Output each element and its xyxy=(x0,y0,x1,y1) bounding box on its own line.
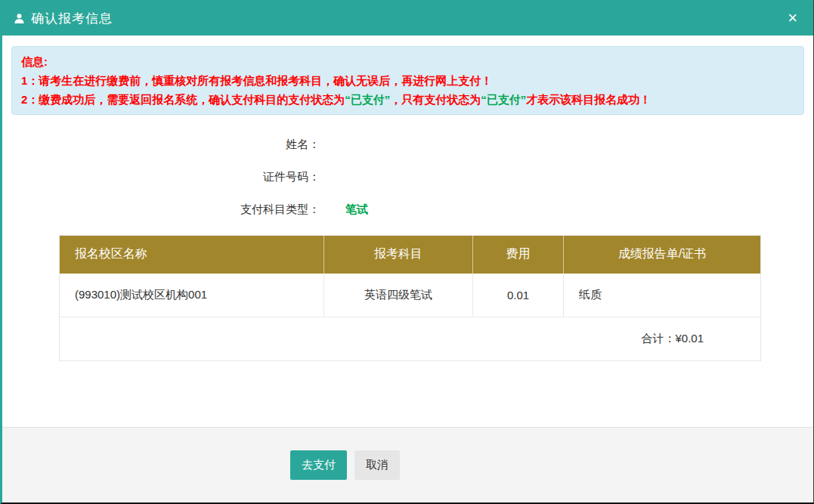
notice-box: 信息: 1：请考生在进行缴费前，慎重核对所有报考信息和报考科目，确认无误后，再进… xyxy=(11,46,804,115)
dialog-title: 确认报考信息 xyxy=(31,10,113,27)
id-number-row: 证件号码： xyxy=(2,170,813,184)
total-row: 合计：¥0.01 xyxy=(60,317,761,361)
cell-subject: 英语四级笔试 xyxy=(324,274,473,317)
notice-line-1: 1：请考生在进行缴费前，慎重核对所有报考信息和报考科目，确认无误后，再进行网上支… xyxy=(21,71,794,90)
subject-type-row: 支付科目类型： 笔试 xyxy=(2,203,813,217)
notice-line2-seg-paid: “已支付” xyxy=(481,93,526,106)
cell-fee: 0.01 xyxy=(473,274,564,317)
confirm-registration-dialog: 确认报考信息 × 信息: 1：请考生在进行缴费前，慎重核对所有报考信息和报考科目… xyxy=(0,0,814,504)
table-row: (993010)测试校区机构001 英语四级笔试 0.01 纸质 xyxy=(60,274,761,317)
total-label: 合计： xyxy=(641,332,675,345)
cell-campus-name: (993010)测试校区机构001 xyxy=(60,274,324,317)
subject-type-label: 支付科目类型： xyxy=(2,203,320,217)
header-subject: 报考科目 xyxy=(324,236,473,274)
candidate-info-form: 姓名： 证件号码： 支付科目类型： 笔试 xyxy=(2,138,813,217)
user-icon xyxy=(14,13,25,24)
notice-line2-seg: 2：缴费成功后，需要返回报名系统，确认支付科目的支付状态为 xyxy=(21,93,345,106)
name-label: 姓名： xyxy=(2,138,320,152)
dialog-footer: 去支付 取消 xyxy=(2,427,813,502)
name-row: 姓名： xyxy=(2,138,813,152)
cell-report-cert: 纸质 xyxy=(564,274,761,317)
header-report-cert: 成绩报告单/证书 xyxy=(564,236,761,274)
total-value: ¥0.01 xyxy=(675,332,704,345)
notice-line2-seg: 才表示该科目报名成功！ xyxy=(526,93,651,106)
id-number-label: 证件号码： xyxy=(2,170,320,184)
dialog-body: 信息: 1：请考生在进行缴费前，慎重核对所有报考信息和报考科目，确认无误后，再进… xyxy=(2,36,813,427)
header-fee: 费用 xyxy=(473,236,564,274)
table-header-row: 报名校区名称 报考科目 费用 成绩报告单/证书 xyxy=(60,236,761,274)
payment-subjects-table: 报名校区名称 报考科目 费用 成绩报告单/证书 (993010)测试校区机构00… xyxy=(59,235,761,361)
header-campus-name: 报名校区名称 xyxy=(60,236,324,274)
notice-heading: 信息: xyxy=(21,52,794,71)
notice-line2-seg: ，只有支付状态为 xyxy=(390,93,481,106)
cancel-button[interactable]: 取消 xyxy=(354,450,400,480)
go-pay-button[interactable]: 去支付 xyxy=(290,450,347,480)
close-icon[interactable]: × xyxy=(783,8,802,28)
subject-type-value: 笔试 xyxy=(345,203,368,217)
notice-line-2: 2：缴费成功后，需要返回报名系统，确认支付科目的支付状态为“已支付”，只有支付状… xyxy=(21,90,794,109)
dialog-header: 确认报考信息 × xyxy=(2,1,813,36)
notice-line2-seg-paid: “已支付” xyxy=(345,93,390,106)
footer-buttons: 去支付 取消 xyxy=(290,450,400,480)
